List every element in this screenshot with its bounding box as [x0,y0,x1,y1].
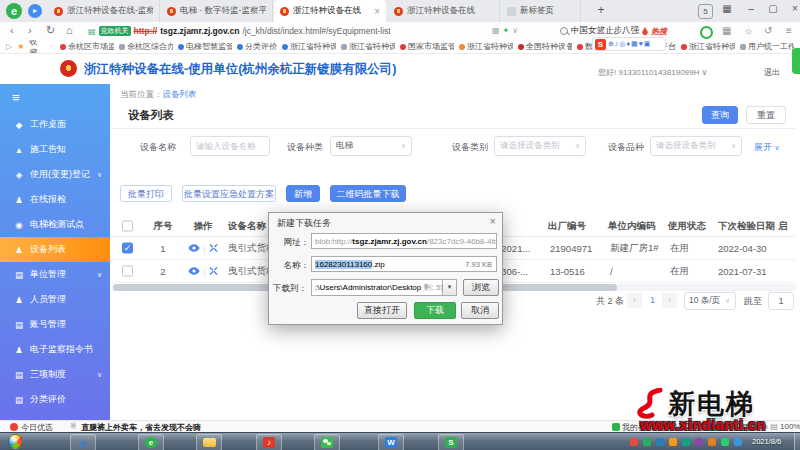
device-name-input[interactable] [190,136,270,156]
reset-button[interactable]: 重置 [746,106,786,124]
view-eye-icon[interactable] [188,244,200,253]
star-icon[interactable]: ★ [17,42,24,51]
sidebar-item-system[interactable]: ▤三项制度∨ [0,362,110,387]
qr-batch-download-button[interactable]: 二维码批量下载 [330,185,406,202]
account-greeting[interactable]: 您好! 91330110143819099H ∨ [598,67,707,78]
home-icon[interactable]: ⌂ [66,24,73,36]
download-button[interactable]: 下载 [414,302,456,319]
download-url-field[interactable]: blob:http://tsgz.zjamr.zj.gov.cn/823c7dc… [311,233,497,249]
taskbar-ie-icon[interactable]: e [70,434,96,450]
current-page[interactable]: 1 [650,295,655,305]
taskbar-wps-icon[interactable]: W [378,434,404,450]
bookmark-item[interactable]: 浙江省特种设备 [341,41,395,52]
sidebar-item-device-list[interactable]: ♟设备列表 [0,237,110,262]
download-name-field[interactable]: 1628230113160.zip 7.93 KB [311,256,497,272]
bookmark-item[interactable]: 浙江省特种设备 [282,41,336,52]
add-button[interactable]: 新增 [286,185,320,202]
dialog-close-icon[interactable]: × [490,215,496,227]
next-page-button[interactable]: › [662,293,677,308]
zoom-level[interactable]: 100% [780,422,800,431]
tray-icon[interactable] [695,438,703,446]
path-dropdown-button[interactable]: ▼ [442,279,457,296]
batch-print-button[interactable]: 批量打印 [120,185,172,202]
tab-close-icon[interactable]: × [374,6,380,17]
tray-icon[interactable] [669,438,677,446]
open-directly-button[interactable]: 直接打开 [357,302,407,319]
bookmark-item[interactable]: 电梯智慧监管平 [178,41,232,52]
panel-icon[interactable]: ▦ [718,3,736,14]
sidebar-item-desktop[interactable]: ◆工作桌面 [0,112,110,137]
browse-button[interactable]: 浏览 [463,279,499,296]
browser-toolbar-overlay[interactable]: S ⊕♪◎♦▦♥▣ [592,37,666,51]
sidebar-item-unit[interactable]: ▤单位管理∨ [0,262,110,287]
browser-tab-4[interactable]: 浙江特种设备在线 [388,0,500,22]
device-variety-select[interactable]: 请选择设备类别∨ [650,136,742,156]
new-tab-button[interactable]: + [592,3,610,17]
cancel-button[interactable]: 取消 [461,302,499,319]
device-category-select[interactable]: 请选择设备类别∨ [494,136,586,156]
query-button[interactable]: 查询 [702,106,738,124]
search-input[interactable]: 中国女篮止步八强 热搜 [560,24,667,38]
url-extra-icons[interactable]: ▦✦∨ [492,26,521,35]
device-kind-select[interactable]: 电梯∨ [330,136,412,156]
sidebar-item-people[interactable]: ♟人员管理 [0,287,110,312]
jump-page-input[interactable] [768,292,794,310]
taskbar-wechat-icon[interactable] [314,434,340,450]
apps-grid-icon[interactable]: ▦ [722,25,731,36]
settings-gear-icon[interactable]: ☼ [744,25,753,36]
status-misc-icons[interactable]: ▦ ◈ ▤ [752,422,778,431]
tray-icon[interactable] [643,438,651,446]
proxy-status-icon[interactable] [700,26,713,39]
browser-logo-icon[interactable]: e [6,3,22,19]
sidebar-item-evaluation[interactable]: ▤分类评价 [0,387,110,412]
show-desktop-button[interactable] [794,433,800,450]
close-window-button[interactable]: × [786,3,800,14]
sidebar-item-inspection[interactable]: ♟在线报检 [0,187,110,212]
tray-icon[interactable] [656,438,664,446]
bookmark-item[interactable]: 浙江省特种设备 [681,41,735,52]
browser-tab-active[interactable]: 浙江特种设备在线 × [274,0,386,22]
sidebar-item-construction[interactable]: ▲施工告知 [0,137,110,162]
row-checkbox[interactable] [122,265,133,276]
back-icon[interactable]: ‹ [10,24,14,36]
tools-icon[interactable] [209,244,218,253]
bookmark-item[interactable]: 全国特种设备公 [518,41,572,52]
start-button[interactable] [8,434,23,449]
minimize-button[interactable]: – [742,3,760,14]
sidebar-collapse-icon[interactable]: ≡ [12,90,20,105]
sidebar-item-account[interactable]: ▤账号管理 [0,312,110,337]
sidebar-item-elevator-test[interactable]: ◉电梯检测试点 [0,212,110,237]
browser-tab-2[interactable]: 电梯 · 数字特监-监察平台 [161,0,273,22]
menu-icon[interactable]: ≡ [786,25,792,36]
bookmark-item[interactable]: 浙江省特种设备 [459,41,513,52]
tray-icon[interactable] [682,438,690,446]
bookmark-item[interactable]: 国家市场监管 [400,41,454,52]
maximize-button[interactable]: ▢ [764,3,782,14]
taskbar-music-icon[interactable]: ♪ [256,434,282,450]
sidebar-item-registration[interactable]: ◈使用(变更)登记∨ [0,162,110,187]
batch-plan-button[interactable]: 批量设置应急处置方案 [182,185,276,202]
bookmark-item[interactable]: 余杭区市场监管 [60,41,114,52]
assistant-icon[interactable]: ▸ [28,4,42,18]
taskbar-folder-icon[interactable] [196,434,222,450]
tray-icon[interactable] [734,438,742,446]
taskbar-s-app-icon[interactable]: S [438,434,464,450]
browser-tab-newpage[interactable]: 新标签页 [501,0,581,22]
taskbar-browser-icon[interactable]: e [138,434,164,450]
view-eye-icon[interactable] [188,267,200,276]
browser-tab-1[interactable]: 浙江特种设备在线-监察版 - 制 [48,0,160,22]
tray-icon[interactable] [630,438,638,446]
undo-icon[interactable]: ↺ [764,25,772,36]
url-input[interactable]: ▤ 党政机关 http://tsgz.zjamr.zj.gov.cn/jc_kh… [88,24,518,38]
side-panel-handle[interactable] [792,48,800,74]
tools-icon[interactable] [209,267,218,276]
tray-icon[interactable] [708,438,716,446]
download-path-field[interactable]: :\Users\Administrator\Desktop 剩: 55.52 G… [311,279,443,296]
bookmarks-expand-icon[interactable]: ▷ [6,42,12,51]
fav-label[interactable]: 收藏 [29,40,42,54]
sidebar-item-directive[interactable]: ♟电子监察指令书 [0,337,110,362]
refresh-icon[interactable]: ↻ [46,24,55,37]
select-all-checkbox[interactable] [122,220,133,231]
tab-count-badge[interactable]: 5 [698,4,713,19]
forward-icon[interactable]: › [28,24,32,36]
